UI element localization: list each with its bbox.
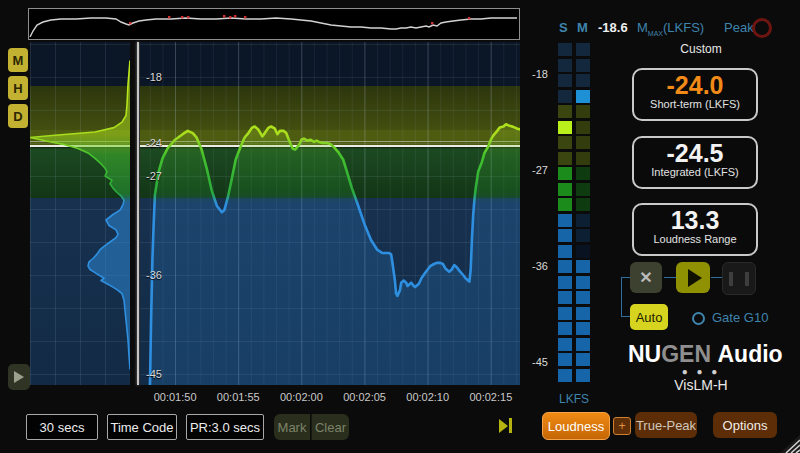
momentary-max-label[interactable]: MMAX(LKFS) <box>637 20 704 37</box>
meter-segment <box>558 90 572 103</box>
meter-segment <box>558 183 572 196</box>
integrated-readout[interactable]: -24.5 Integrated (LKFS) <box>632 136 758 189</box>
y-axis-label: -24 <box>146 137 162 149</box>
meter-segment <box>576 121 590 134</box>
peak-indicator-lamp[interactable] <box>752 18 772 38</box>
time-mode-button[interactable]: Time Code <box>107 414 177 440</box>
play-icon <box>688 269 702 287</box>
replay-button[interactable] <box>8 364 30 390</box>
playhead-cursor[interactable] <box>137 42 139 385</box>
loudness-range-label: Loudness Range <box>634 233 756 246</box>
meter-unit-label: LKFS <box>552 392 596 406</box>
momentary-column-header: M <box>577 20 588 35</box>
time-label: 00:02:05 <box>343 391 386 403</box>
time-label: 00:02:10 <box>406 391 449 403</box>
meter-segment <box>576 276 590 289</box>
gate-label[interactable]: Gate G10 <box>712 310 768 325</box>
skip-bar-icon <box>509 418 512 433</box>
mark-button[interactable]: Mark <box>274 414 310 440</box>
meter-segment <box>558 229 572 242</box>
loudness-range-readout[interactable]: 13.3 Loudness Range <box>632 203 758 256</box>
meter-segment <box>576 74 590 87</box>
preset-name[interactable]: Custom <box>628 42 774 56</box>
meter-segment <box>576 198 590 211</box>
meter-tick-label: -36 <box>524 260 548 272</box>
logo-gen: GEN <box>661 341 711 367</box>
meter-segment <box>576 59 590 72</box>
y-axis-label: -45 <box>146 368 162 380</box>
practical-range-button[interactable]: PR:3.0 secs <box>186 414 264 440</box>
connector-line <box>621 316 630 317</box>
meter-segment <box>558 121 572 134</box>
vislm-plugin-window: M H D -18-24-27-36-45 00:01:5000:01:5500… <box>0 0 800 453</box>
gate-radio[interactable] <box>692 312 705 325</box>
meter-segment <box>576 90 590 103</box>
meter-segment <box>576 322 590 335</box>
play-icon <box>14 371 24 383</box>
short-term-value: -24.0 <box>634 72 756 98</box>
y-axis-label: -18 <box>146 71 162 83</box>
auto-button[interactable]: Auto <box>630 304 668 330</box>
time-label: 00:02:15 <box>469 391 512 403</box>
loudness-tab-button[interactable]: Loudness <box>542 412 610 440</box>
skip-to-end-button[interactable] <box>499 418 512 433</box>
connector-line <box>664 277 676 278</box>
loudness-history-graph[interactable]: -18-24-27-36-45 <box>140 42 520 385</box>
loudness-distribution-panel[interactable] <box>30 42 130 385</box>
peak-label: Peak <box>724 20 754 35</box>
meter-segment <box>576 136 590 149</box>
mmax-main: M <box>637 20 648 35</box>
options-button[interactable]: Options <box>713 412 777 438</box>
history-length-button[interactable]: 30 secs <box>26 414 98 440</box>
meter-segment <box>558 198 572 211</box>
history-overview-strip[interactable] <box>28 8 520 40</box>
pause-button[interactable] <box>722 262 756 295</box>
x-icon: ✕ <box>639 268 652 287</box>
meter-segment <box>558 338 572 351</box>
meter-segment <box>558 43 572 56</box>
meter-segment <box>576 307 590 320</box>
logo-audio: Audio <box>711 341 783 367</box>
product-name: VisLM-H <box>628 377 774 393</box>
meter-segment <box>558 276 572 289</box>
momentary-mode-button[interactable]: M <box>8 48 28 72</box>
meter-segment <box>558 136 572 149</box>
short-term-readout[interactable]: -24.0 Short-term (LKFS) <box>632 68 758 121</box>
meter-segment <box>558 322 572 335</box>
meter-segment <box>558 291 572 304</box>
meter-segment <box>576 229 590 242</box>
meter-tick-label: -45 <box>524 356 548 368</box>
stop-reset-button[interactable]: ✕ <box>630 262 662 293</box>
meter-segment <box>558 260 572 273</box>
time-axis: 00:01:5000:01:5500:02:0000:02:0500:02:10… <box>140 391 520 407</box>
play-button[interactable] <box>676 262 710 293</box>
meter-segment <box>576 245 590 258</box>
meter-segment <box>558 105 572 118</box>
skip-triangle-icon <box>499 419 508 433</box>
momentary-max-value: -18.6 <box>598 20 628 35</box>
resize-grip[interactable] <box>780 435 800 453</box>
add-view-button[interactable]: + <box>613 417 631 435</box>
meter-segment <box>558 214 572 227</box>
connector-line <box>621 277 630 278</box>
true-peak-tab-button[interactable]: True-Peak <box>635 412 697 438</box>
nugen-audio-logo: NUGEN Audio <box>628 341 774 368</box>
meter-segment <box>558 353 572 366</box>
meter-segment <box>558 369 572 382</box>
meter-segment <box>576 43 590 56</box>
distribution-mode-button[interactable]: D <box>8 104 28 128</box>
meter-segment <box>576 105 590 118</box>
distribution-histogram <box>30 42 130 385</box>
time-label: 00:01:50 <box>154 391 197 403</box>
meter-segment <box>558 74 572 87</box>
y-axis-label: -36 <box>146 269 162 281</box>
history-mode-button[interactable]: H <box>8 76 28 100</box>
connector-line <box>711 277 722 278</box>
short-term-column-header: S <box>559 20 568 35</box>
meter-tick-label: -18 <box>524 68 548 80</box>
clear-button[interactable]: Clear <box>311 414 349 440</box>
mmax-unit: (LKFS) <box>663 20 704 35</box>
meter-segment <box>576 353 590 366</box>
pause-icon <box>729 272 749 286</box>
meter-segment <box>558 245 572 258</box>
